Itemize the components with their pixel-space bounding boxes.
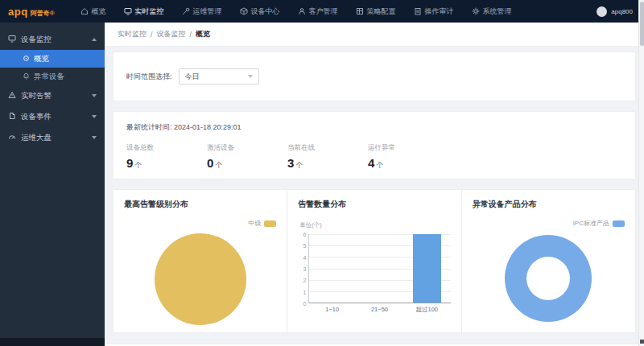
username: apq800: [611, 8, 633, 15]
nav-item-ops-management[interactable]: 运维管理: [182, 6, 222, 17]
charts-card: 最高告警级别分布 中级 告警数量分布 单位(个) 6 5 4 3 2: [113, 189, 636, 333]
bell-icon: [23, 72, 30, 81]
sidebar-item-label: 异常设备: [34, 72, 64, 82]
breadcrumb-item[interactable]: 设备监控: [157, 29, 186, 39]
nav-item-label: 策略配置: [367, 6, 396, 17]
chart-title: 最高告警级别分布: [124, 199, 276, 210]
nav-item-label: 客户管理: [309, 6, 338, 17]
chevron-down-icon: [92, 115, 97, 118]
chevron-up-icon: [92, 38, 97, 41]
pie-chart: [155, 233, 246, 325]
stats-time-value: 2024-01-18 20:29:01: [174, 123, 242, 131]
chart-legend[interactable]: IPC标准产品: [473, 220, 625, 227]
breadcrumb: 实时监控 / 设备监控 / 概览: [105, 23, 644, 47]
legend-label: IPC标准产品: [573, 219, 609, 228]
breadcrumb-current: 概览: [196, 29, 210, 39]
time-range-select[interactable]: 今日: [179, 68, 259, 84]
bar-chart: 单位(个) 6 5 4 3 2 1 0: [298, 221, 450, 314]
stat-unit: 个: [295, 161, 303, 169]
x-tick-label: 超过100: [403, 306, 451, 314]
scrollbar-thumb[interactable]: [640, 2, 644, 46]
bar-slot: [403, 234, 450, 303]
x-tick-label: 1~10: [308, 306, 356, 314]
nav-item-overview[interactable]: 概览: [80, 6, 106, 17]
wrench-icon: [182, 7, 190, 15]
chart-title: 异常设备产品分布: [473, 199, 625, 210]
cube-icon: [240, 7, 248, 15]
sidebar: 设备监控 概览 异常设备 实时告警 设备事件 运维大盘: [0, 23, 105, 346]
main-content: 实时监控 / 设备监控 / 概览 时间范围选择: 今日 最新统计时间: 2024…: [105, 23, 644, 346]
stat-unit: 个: [134, 161, 142, 169]
time-range-label: 时间范围选择:: [126, 72, 172, 82]
stat-value: 4: [368, 156, 374, 170]
sidebar-item-label: 设备监控: [21, 35, 52, 45]
stats-time-label: 最新统计时间:: [126, 123, 172, 131]
logo-suffix: 阿普奇®: [31, 9, 55, 18]
y-axis-ticks: 6 5 4 3 2 1 0: [298, 234, 308, 303]
nav-item-label: 操作审计: [425, 6, 454, 17]
stats-time: 最新统计时间: 2024-01-18 20:29:01: [126, 122, 622, 133]
nav-item-operation-audit[interactable]: 操作审计: [414, 6, 454, 17]
logo-text: apq: [8, 6, 28, 18]
chart-title: 告警数量分布: [298, 199, 450, 210]
chart-panel-product-distribution: 异常设备产品分布 IPC标准产品: [461, 190, 635, 332]
sidebar-collapse-bar[interactable]: [0, 338, 105, 346]
stat-unit: 个: [215, 161, 222, 169]
page-scrollbar[interactable]: [638, 0, 644, 346]
sidebar-item-ops-dashboard[interactable]: 运维大盘: [0, 127, 105, 148]
sidebar-item-label: 概览: [34, 54, 49, 64]
user-icon: [298, 7, 306, 15]
home-icon: [80, 7, 89, 15]
stat-value: 0: [207, 156, 213, 170]
app-logo[interactable]: apq 阿普奇®: [8, 6, 55, 18]
breadcrumb-separator: /: [151, 31, 153, 39]
nav-item-realtime-monitor[interactable]: 实时监控: [124, 6, 164, 17]
legend-swatch: [613, 220, 625, 227]
chart-panel-alert-level: 最高告警级别分布 中级: [114, 190, 287, 332]
stat-total-devices: 设备总数 9个: [126, 143, 207, 171]
breadcrumb-separator: /: [190, 31, 192, 39]
gear-icon: [472, 7, 480, 15]
bar-slot: [309, 234, 356, 303]
nav-item-customer-management[interactable]: 客户管理: [298, 6, 338, 17]
nav-item-policy-config[interactable]: 策略配置: [356, 6, 396, 17]
sidebar-item-label: 设备事件: [21, 112, 52, 122]
legend-label: 中级: [248, 219, 261, 228]
sidebar-item-realtime-alerts[interactable]: 实时告警: [0, 85, 105, 106]
stats-card: 最新统计时间: 2024-01-18 20:29:01 设备总数 9个 激活设备…: [113, 111, 636, 179]
sidebar-item-label: 运维大盘: [21, 133, 52, 143]
file-icon: [8, 112, 16, 122]
chevron-down-icon: [92, 94, 97, 97]
chart-panel-alert-count: 告警数量分布 单位(个) 6 5 4 3 2 1 0: [287, 190, 460, 332]
sidebar-item-device-monitoring[interactable]: 设备监控: [0, 29, 105, 50]
navbar-user-area[interactable]: apq800: [597, 6, 633, 17]
clipboard-icon: [414, 7, 422, 15]
scrollbar-corner: [640, 340, 644, 344]
stats-row: 设备总数 9个 激活设备 0个 当前在线 3个 运行异常 4个: [126, 143, 622, 171]
nav-item-label: 设备中心: [251, 6, 280, 17]
bar: [413, 234, 441, 303]
chevron-down-icon: [92, 136, 97, 139]
chart-legend[interactable]: 中级: [124, 220, 276, 227]
sidebar-item-overview[interactable]: 概览: [0, 50, 105, 68]
avatar: [597, 6, 607, 17]
y-axis-label: 单位(个): [299, 221, 450, 229]
nav-item-label: 系统管理: [483, 6, 512, 17]
nav-item-label: 实时监控: [135, 6, 164, 17]
breadcrumb-item[interactable]: 实时监控: [118, 29, 147, 39]
bar-chart-plot: [308, 234, 450, 303]
warning-triangle-icon: [8, 91, 16, 101]
sidebar-item-label: 实时告警: [21, 91, 52, 101]
stat-currently-online: 当前在线 3个: [287, 143, 368, 171]
nav-item-system-management[interactable]: 系统管理: [472, 6, 512, 17]
sidebar-item-abnormal-devices[interactable]: 异常设备: [0, 68, 105, 85]
x-tick-label: 21~50: [356, 306, 403, 314]
legend-swatch: [264, 220, 276, 227]
stat-value: 3: [287, 156, 294, 170]
donut-hole: [526, 257, 570, 300]
nav-item-device-center[interactable]: 设备中心: [240, 6, 280, 17]
sidebar-item-device-events[interactable]: 设备事件: [0, 106, 105, 127]
donut-chart: [505, 235, 592, 322]
nav-item-label: 概览: [92, 6, 106, 17]
stat-value: 9: [126, 156, 133, 170]
